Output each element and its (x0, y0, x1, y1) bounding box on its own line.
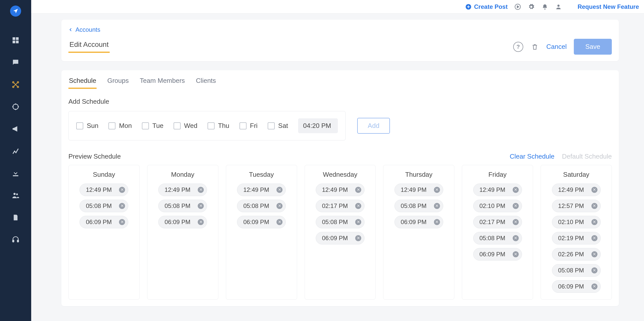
day-checkbox-sat[interactable]: Sat (268, 122, 288, 130)
breadcrumb[interactable]: Accounts (68, 26, 612, 33)
dashboard-icon[interactable] (11, 36, 20, 45)
gear-icon[interactable] (528, 3, 535, 10)
time-pill[interactable]: 12:49 PM✕ (316, 184, 365, 196)
remove-time-icon[interactable]: ✕ (513, 251, 519, 257)
target-icon[interactable] (11, 102, 20, 111)
remove-time-icon[interactable]: ✕ (434, 219, 440, 225)
remove-time-icon[interactable]: ✕ (355, 187, 361, 193)
people-icon[interactable] (11, 191, 20, 200)
remove-time-icon[interactable]: ✕ (119, 203, 125, 209)
tab-clients[interactable]: Clients (195, 77, 216, 89)
megaphone-icon[interactable] (11, 124, 20, 133)
day-checkbox-thu[interactable]: Thu (208, 122, 229, 130)
remove-time-icon[interactable]: ✕ (591, 251, 597, 257)
checkbox-icon[interactable] (108, 122, 115, 129)
time-pill[interactable]: 06:09 PM✕ (552, 280, 601, 293)
remove-time-icon[interactable]: ✕ (198, 187, 204, 193)
remove-time-icon[interactable]: ✕ (513, 219, 519, 225)
time-pill[interactable]: 05:08 PM✕ (79, 200, 128, 212)
download-icon[interactable] (11, 169, 20, 178)
time-input[interactable] (298, 118, 338, 133)
remove-time-icon[interactable]: ✕ (513, 187, 519, 193)
create-post-button[interactable]: Create Post (465, 3, 508, 10)
day-column: Tuesday12:49 PM✕05:08 PM✕06:09 PM✕ (226, 165, 297, 300)
tab-team-members[interactable]: Team Members (139, 77, 185, 89)
time-pill[interactable]: 12:49 PM✕ (158, 184, 207, 196)
time-pill[interactable]: 12:57 PM✕ (552, 200, 601, 212)
remove-time-icon[interactable]: ✕ (355, 203, 361, 209)
time-pill[interactable]: 02:17 PM✕ (473, 216, 522, 228)
remove-time-icon[interactable]: ✕ (119, 219, 125, 225)
time-pill[interactable]: 05:08 PM✕ (394, 200, 443, 212)
time-pill[interactable]: 12:49 PM✕ (79, 184, 128, 196)
time-pill[interactable]: 02:10 PM✕ (552, 216, 601, 228)
time-pill[interactable]: 02:10 PM✕ (473, 200, 522, 212)
day-checkbox-sun[interactable]: Sun (76, 122, 98, 130)
time-pill[interactable]: 12:49 PM✕ (394, 184, 443, 196)
remove-time-icon[interactable]: ✕ (591, 235, 597, 241)
time-pill[interactable]: 05:08 PM✕ (237, 200, 286, 212)
save-button[interactable]: Save (574, 39, 612, 55)
clear-schedule-link[interactable]: Clear Schedule (510, 153, 554, 160)
messages-icon[interactable] (11, 58, 20, 67)
time-pill[interactable]: 06:09 PM✕ (237, 216, 286, 228)
day-checkbox-fri[interactable]: Fri (239, 122, 258, 130)
time-pill[interactable]: 12:49 PM✕ (552, 184, 601, 196)
play-icon[interactable] (514, 3, 521, 10)
time-pill[interactable]: 12:49 PM✕ (237, 184, 286, 196)
bell-icon[interactable] (541, 3, 548, 10)
remove-time-icon[interactable]: ✕ (434, 203, 440, 209)
remove-time-icon[interactable]: ✕ (276, 187, 283, 193)
day-checkbox-tue[interactable]: Tue (142, 122, 164, 130)
time-pill[interactable]: 05:08 PM✕ (473, 232, 522, 244)
remove-time-icon[interactable]: ✕ (276, 219, 283, 225)
time-pill[interactable]: 02:17 PM✕ (316, 200, 365, 212)
checkbox-icon[interactable] (174, 122, 181, 129)
time-pill[interactable]: 06:09 PM✕ (473, 248, 522, 261)
time-pill[interactable]: 02:19 PM✕ (552, 232, 601, 244)
checkbox-icon[interactable] (76, 122, 83, 129)
network-icon[interactable] (11, 80, 20, 89)
remove-time-icon[interactable]: ✕ (513, 235, 519, 241)
time-pill[interactable]: 02:26 PM✕ (552, 248, 601, 261)
time-pill[interactable]: 05:08 PM✕ (158, 200, 207, 212)
analytics-icon[interactable] (11, 147, 20, 156)
remove-time-icon[interactable]: ✕ (355, 235, 361, 241)
request-feature-link[interactable]: Request New Feature (578, 3, 639, 10)
remove-time-icon[interactable]: ✕ (513, 203, 519, 209)
app-logo[interactable] (10, 6, 21, 17)
support-icon[interactable] (11, 235, 20, 244)
checkbox-icon[interactable] (142, 122, 149, 129)
time-pill[interactable]: 05:08 PM✕ (316, 216, 365, 228)
time-pill[interactable]: 12:49 PM✕ (473, 184, 522, 196)
day-checkbox-mon[interactable]: Mon (108, 122, 132, 130)
remove-time-icon[interactable]: ✕ (434, 187, 440, 193)
remove-time-icon[interactable]: ✕ (276, 203, 283, 209)
remove-time-icon[interactable]: ✕ (119, 187, 125, 193)
tab-groups[interactable]: Groups (107, 77, 129, 89)
checkbox-icon[interactable] (239, 122, 247, 129)
remove-time-icon[interactable]: ✕ (591, 203, 597, 209)
remove-time-icon[interactable]: ✕ (591, 219, 597, 225)
time-pill[interactable]: 06:09 PM✕ (158, 216, 207, 228)
remove-time-icon[interactable]: ✕ (591, 187, 597, 193)
time-pill[interactable]: 06:09 PM✕ (394, 216, 443, 228)
tab-schedule[interactable]: Schedule (68, 77, 97, 89)
remove-time-icon[interactable]: ✕ (355, 219, 361, 225)
document-icon[interactable] (11, 213, 20, 222)
checkbox-icon[interactable] (268, 122, 275, 129)
remove-time-icon[interactable]: ✕ (591, 267, 597, 273)
day-checkbox-wed[interactable]: Wed (174, 122, 197, 130)
trash-icon[interactable] (530, 42, 539, 51)
remove-time-icon[interactable]: ✕ (198, 219, 204, 225)
add-button[interactable]: Add (357, 118, 390, 134)
remove-time-icon[interactable]: ✕ (198, 203, 204, 209)
time-pill[interactable]: 06:09 PM✕ (316, 232, 365, 244)
remove-time-icon[interactable]: ✕ (591, 283, 597, 290)
cancel-button[interactable]: Cancel (546, 43, 567, 51)
time-pill[interactable]: 05:08 PM✕ (552, 264, 601, 277)
time-pill[interactable]: 06:09 PM✕ (79, 216, 128, 228)
checkbox-icon[interactable] (208, 122, 215, 129)
help-button[interactable]: ? (513, 42, 523, 52)
user-icon[interactable] (555, 3, 562, 10)
